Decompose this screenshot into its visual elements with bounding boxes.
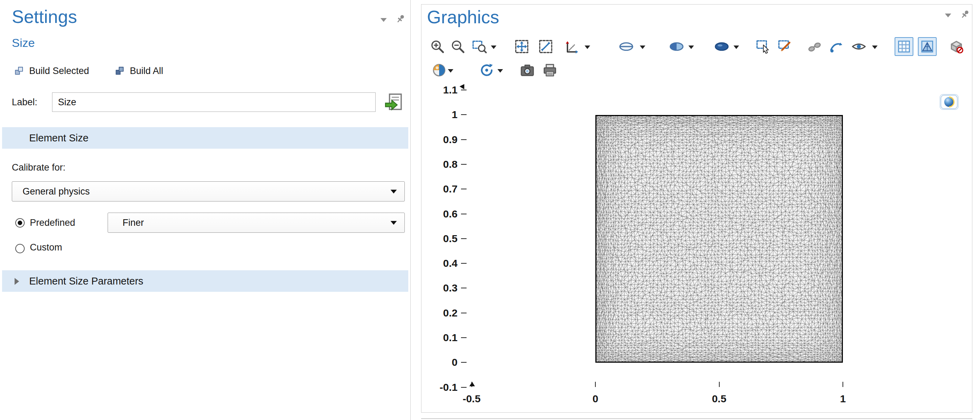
graphics-toolbar-row1 xyxy=(422,38,972,57)
y-tick-label: -0.1 xyxy=(424,380,458,394)
x-tick-label: 1 xyxy=(822,393,864,405)
zoom-extents-icon[interactable] xyxy=(514,38,530,54)
build-all-label: Build All xyxy=(130,65,163,77)
snapshot-camera-icon[interactable] xyxy=(519,62,535,78)
section-element-size-label: Element Size xyxy=(29,127,89,149)
section-element-size-parameters-label: Element Size Parameters xyxy=(29,270,143,292)
y-tick-label: 0.1 xyxy=(424,331,458,345)
y-tick-mark xyxy=(461,214,466,214)
render-mode-outline-icon[interactable] xyxy=(618,38,634,54)
color-legend-icon xyxy=(940,94,958,109)
default-view-dropdown-icon[interactable] xyxy=(585,46,590,49)
custom-radio[interactable] xyxy=(15,244,25,253)
rename-label-icon xyxy=(383,91,405,113)
build-selected-button[interactable]: Build Selected xyxy=(14,62,89,79)
color-theme-icon[interactable] xyxy=(431,62,447,78)
graphics-menu-caret-icon[interactable] xyxy=(945,14,951,18)
zoom-in-icon[interactable] xyxy=(430,38,445,54)
y-tick-mark xyxy=(461,139,466,140)
reset-hiding-icon[interactable] xyxy=(828,38,844,54)
x-axis-arrow-icon xyxy=(469,382,475,386)
refresh-view-icon[interactable] xyxy=(479,62,495,78)
x-tick-label: 0.5 xyxy=(698,393,740,405)
y-tick-mark xyxy=(461,114,466,115)
predefined-radio-label[interactable]: Predefined xyxy=(30,212,75,233)
visibility-icon[interactable] xyxy=(851,38,867,54)
zoom-box-icon[interactable] xyxy=(471,38,487,54)
y-tick-label: 0.9 xyxy=(424,133,458,147)
graphics-pin-icon[interactable] xyxy=(959,9,970,21)
rename-label-button[interactable] xyxy=(383,91,405,113)
mesh-icon xyxy=(920,39,935,54)
mesh-rendering-button[interactable] xyxy=(918,37,937,56)
zoom-to-fit-icon[interactable] xyxy=(538,38,554,54)
settings-menu-caret-icon[interactable] xyxy=(380,18,387,22)
y-tick-label: 0.6 xyxy=(424,207,458,221)
y-tick-mark xyxy=(461,263,466,263)
x-tick-mark xyxy=(595,382,596,387)
y-tick-label: 0 xyxy=(424,355,458,369)
graphics-panel: Graphics xyxy=(421,4,972,413)
view-hidden-icon[interactable] xyxy=(807,38,822,54)
zoom-out-icon[interactable] xyxy=(450,38,466,54)
y-tick-mark xyxy=(461,188,466,189)
build-selected-label: Build Selected xyxy=(29,65,89,77)
x-tick-mark xyxy=(719,382,720,387)
label-field-label: Label: xyxy=(12,93,38,112)
deselect-box-icon[interactable] xyxy=(777,38,793,54)
settings-pin-icon[interactable] xyxy=(395,13,406,25)
predefined-size-value: Finer xyxy=(123,213,144,232)
render-mode-shaded-dropdown-icon[interactable] xyxy=(688,46,694,49)
select-box-icon[interactable] xyxy=(755,38,771,54)
visibility-dropdown-icon[interactable] xyxy=(872,46,878,49)
y-tick-label: 1 xyxy=(424,108,458,121)
predefined-radio[interactable] xyxy=(15,218,25,228)
show-grid-button[interactable] xyxy=(895,37,913,56)
predefined-size-select[interactable]: Finer xyxy=(108,212,405,233)
color-theme-dropdown-icon[interactable] xyxy=(448,69,453,73)
build-all-button[interactable]: Build All xyxy=(115,62,163,79)
x-tick-label: -0.5 xyxy=(451,393,493,405)
zoom-box-dropdown-icon[interactable] xyxy=(491,46,496,49)
render-mode-solid-dropdown-icon[interactable] xyxy=(733,46,739,49)
render-mode-solid-icon[interactable] xyxy=(714,38,730,54)
legend-toggle-button[interactable] xyxy=(940,94,958,110)
grid-icon xyxy=(896,39,912,54)
refresh-view-dropdown-icon[interactable] xyxy=(498,69,503,73)
settings-panel: Settings Size Build Selected Build All L… xyxy=(0,0,410,420)
y-tick-mark xyxy=(461,164,466,164)
y-tick-mark xyxy=(461,362,466,363)
next-panel-top-border xyxy=(421,418,972,419)
calibrate-for-label: Calibrate for: xyxy=(12,159,65,176)
graphics-title: Graphics xyxy=(427,6,499,27)
y-tick-label: 0.4 xyxy=(424,256,458,270)
settings-title: Settings xyxy=(12,6,77,27)
default-view-icon[interactable] xyxy=(564,38,580,54)
y-tick-label: 0.8 xyxy=(424,157,458,171)
x-tick-mark xyxy=(843,382,843,387)
render-mode-outline-dropdown-icon[interactable] xyxy=(640,46,645,49)
scene-off-icon[interactable] xyxy=(948,38,964,54)
build-all-icon xyxy=(115,65,125,76)
graphics-toolbar-row2 xyxy=(422,62,972,80)
section-element-size[interactable]: Element Size xyxy=(2,127,408,149)
y-tick-mark xyxy=(461,287,466,288)
render-mode-shaded-icon[interactable] xyxy=(668,38,684,54)
section-element-size-parameters[interactable]: Element Size Parameters xyxy=(2,270,408,292)
calibrate-for-value: General physics xyxy=(22,182,90,201)
label-input[interactable] xyxy=(52,93,375,112)
y-tick-label: 0.2 xyxy=(424,306,458,320)
calibrate-for-select[interactable]: General physics xyxy=(12,181,405,201)
mesh-plot-canvas[interactable] xyxy=(595,115,843,363)
y-tick-label: 0.5 xyxy=(424,232,458,246)
build-selected-icon xyxy=(14,65,24,76)
y-tick-mark xyxy=(461,238,466,239)
print-icon[interactable] xyxy=(542,62,558,78)
y-tick-label: 0.3 xyxy=(424,281,458,295)
settings-node-name: Size xyxy=(12,36,35,50)
y-tick-mark xyxy=(461,89,466,90)
expand-triangle-icon xyxy=(14,278,19,285)
y-tick-label: 1.1 xyxy=(424,83,458,97)
custom-radio-label[interactable]: Custom xyxy=(30,238,62,256)
x-tick-label: 0 xyxy=(574,393,616,405)
